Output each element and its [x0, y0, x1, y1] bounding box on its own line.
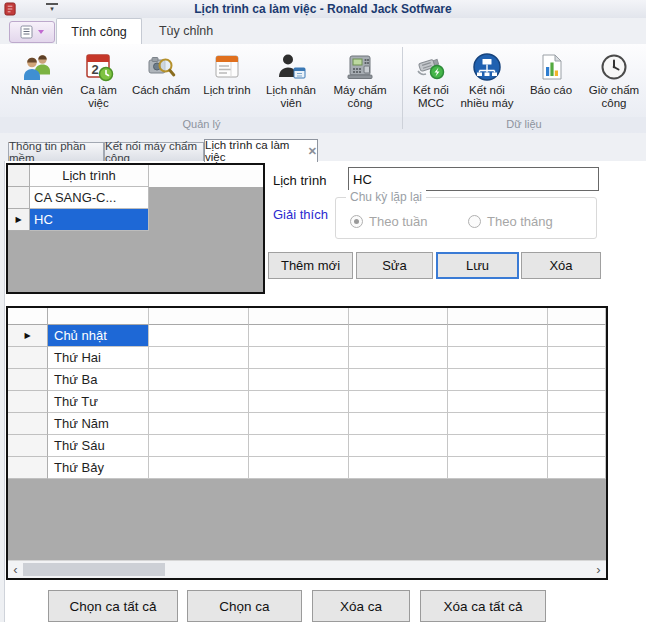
week-row[interactable]: Thứ Tư [8, 391, 606, 413]
schedule-row[interactable]: CA SANG-C... [8, 187, 263, 209]
ribbon-button-ket-noi-mcc[interactable]: Kết nối MCC [406, 46, 456, 118]
week-schedule-grid[interactable]: ▶ Chủ nhật Thứ Hai Thứ Ba [6, 306, 608, 580]
ribbon-button-lich-nhan-vien[interactable]: Lịch nhân viên [259, 46, 323, 118]
ribbon-button-ket-noi-nhieu-may[interactable]: Kết nối nhiều máy [456, 46, 518, 118]
shift-cell[interactable] [249, 457, 349, 479]
save-button[interactable]: Lưu [436, 252, 519, 279]
shift-cell[interactable] [249, 347, 349, 369]
shift-cell[interactable] [548, 325, 606, 347]
shift-cell[interactable] [448, 347, 548, 369]
shift-cell[interactable] [349, 413, 448, 435]
radio-theo-thang[interactable]: Theo tháng [468, 214, 553, 229]
scroll-right-icon[interactable]: › [591, 562, 606, 577]
schedule-row-selected[interactable]: ▶ HC [8, 209, 263, 231]
shift-column-header[interactable] [349, 308, 448, 325]
shift-cell[interactable] [548, 391, 606, 413]
shift-column-header[interactable] [548, 308, 606, 325]
shift-cell[interactable] [349, 347, 448, 369]
select-all-shifts-button[interactable]: Chọn ca tất cả [48, 590, 178, 622]
shift-cell[interactable] [448, 325, 548, 347]
shift-cell[interactable] [149, 435, 249, 457]
ribbon-button-nhan-vien[interactable]: Nhân viên [3, 46, 71, 118]
shift-cell[interactable] [149, 347, 249, 369]
week-row-selected[interactable]: ▶ Chủ nhật [8, 325, 606, 347]
shift-cell[interactable] [149, 413, 249, 435]
shift-cell[interactable] [548, 413, 606, 435]
shift-cell[interactable] [349, 435, 448, 457]
day-name-cell[interactable]: Thứ Hai [48, 347, 149, 369]
ribbon-tab-row: Tính công Tùy chỉnh [0, 18, 646, 44]
row-marker-icon[interactable]: ▶ [8, 209, 30, 231]
day-name-cell[interactable]: Chủ nhật [48, 325, 149, 347]
shift-cell[interactable] [349, 457, 448, 479]
day-name-cell[interactable]: Thứ Sáu [48, 435, 149, 457]
scrollbar-thumb[interactable] [23, 563, 165, 576]
shift-cell[interactable] [149, 391, 249, 413]
add-button[interactable]: Thêm mới [268, 252, 353, 279]
week-row[interactable]: Thứ Hai [8, 347, 606, 369]
day-column-header[interactable] [48, 308, 149, 325]
shift-cell[interactable] [249, 435, 349, 457]
shift-cell[interactable] [149, 325, 249, 347]
row-header-cell[interactable] [8, 187, 30, 209]
ribbon-button-bao-cao[interactable]: Báo cáo [521, 46, 581, 118]
shift-column-header[interactable] [149, 308, 249, 325]
shift-cell[interactable] [349, 325, 448, 347]
shift-cell[interactable] [249, 325, 349, 347]
remove-all-shifts-button[interactable]: Xóa ca tất cả [420, 590, 546, 622]
shift-cell[interactable] [448, 457, 548, 479]
shift-cell[interactable] [548, 457, 606, 479]
shift-cell[interactable] [249, 413, 349, 435]
radio-selected-icon[interactable] [350, 215, 363, 228]
ribbon-button-cach-cham[interactable]: Cách chấm [126, 46, 196, 118]
day-name-cell[interactable]: Thứ Bảy [48, 457, 149, 479]
shift-cell[interactable] [548, 369, 606, 391]
horizontal-scrollbar[interactable]: ‹ › [8, 560, 606, 578]
doc-tab-lich-trinh-ca-lam-viec[interactable]: Lịch trình ca làm việc ✕ [204, 139, 318, 162]
ribbon-button-may-cham-cong[interactable]: Máy chấm công [324, 46, 396, 118]
ribbon-button-ca-lam-viec[interactable]: 2 Ca làm việc [72, 46, 125, 118]
shift-cell[interactable] [249, 391, 349, 413]
shift-cell[interactable] [249, 369, 349, 391]
shift-column-header[interactable] [249, 308, 349, 325]
shift-cell[interactable] [448, 413, 548, 435]
delete-button[interactable]: Xóa [521, 252, 601, 279]
shift-cell[interactable] [349, 369, 448, 391]
week-row[interactable]: Thứ Sáu [8, 435, 606, 457]
close-icon[interactable]: ✕ [308, 145, 317, 158]
doc-tab-thong-tin-phan-mem[interactable]: Thông tin phần mềm [8, 142, 104, 161]
shift-cell[interactable] [149, 369, 249, 391]
shift-cell[interactable] [448, 391, 548, 413]
shift-cell[interactable] [548, 435, 606, 457]
ribbon-tab-tuy-chinh[interactable]: Tùy chỉnh [148, 18, 224, 44]
shift-column-header[interactable] [448, 308, 548, 325]
day-name-cell[interactable]: Thứ Ba [48, 369, 149, 391]
shift-cell[interactable] [448, 369, 548, 391]
edit-button[interactable]: Sửa [356, 252, 433, 279]
week-row[interactable]: Thứ Ba [8, 369, 606, 391]
week-row[interactable]: Thứ Bảy [8, 457, 606, 479]
radio-theo-tuan[interactable]: Theo tuần [350, 214, 428, 229]
application-menu-button[interactable] [9, 21, 55, 43]
scroll-left-icon[interactable]: ‹ [8, 562, 23, 577]
shift-cell[interactable] [149, 457, 249, 479]
day-name-cell[interactable]: Thứ Năm [48, 413, 149, 435]
ribbon-button-gio-cham-cong[interactable]: Giờ chấm công [585, 46, 643, 118]
ribbon-tab-tinh-cong[interactable]: Tính công [56, 18, 142, 45]
doc-tab-ket-noi-may-cham-cong[interactable]: Kết nối máy chấm công [104, 142, 204, 161]
schedule-list-grid[interactable]: Lịch trình CA SANG-C... ▶ HC [6, 163, 265, 294]
week-row[interactable]: Thứ Năm [8, 413, 606, 435]
column-header-lich-trinh[interactable]: Lịch trình [30, 165, 149, 187]
ribbon-button-lich-trinh[interactable]: Lịch trình [196, 46, 258, 118]
shift-cell[interactable] [349, 391, 448, 413]
remove-shift-button[interactable]: Xóa ca [312, 590, 410, 622]
day-name-cell[interactable]: Thứ Tư [48, 391, 149, 413]
radio-unselected-icon[interactable] [468, 215, 481, 228]
select-shift-button[interactable]: Chọn ca [187, 590, 302, 622]
shift-cell[interactable] [448, 435, 548, 457]
schedule-name-input[interactable] [348, 167, 599, 191]
schedule-name-cell[interactable]: HC [30, 209, 149, 231]
shift-cell[interactable] [548, 347, 606, 369]
schedule-name-cell[interactable]: CA SANG-C... [30, 187, 149, 209]
row-marker-icon[interactable]: ▶ [8, 325, 48, 347]
